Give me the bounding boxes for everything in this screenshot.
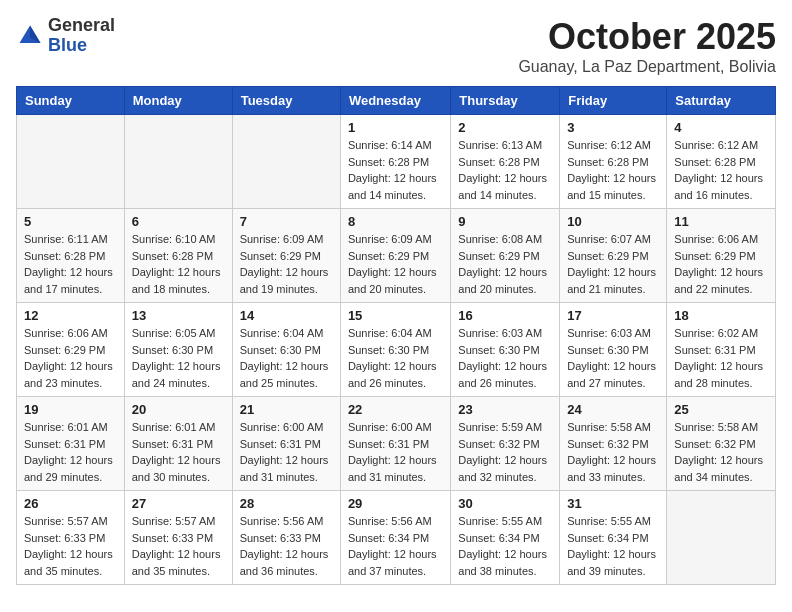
day-info: Sunrise: 6:04 AMSunset: 6:30 PMDaylight:… bbox=[240, 325, 333, 391]
calendar-cell: 25Sunrise: 5:58 AMSunset: 6:32 PMDayligh… bbox=[667, 397, 776, 491]
day-info: Sunrise: 6:03 AMSunset: 6:30 PMDaylight:… bbox=[567, 325, 659, 391]
day-number: 7 bbox=[240, 214, 333, 229]
day-number: 24 bbox=[567, 402, 659, 417]
day-info: Sunrise: 6:05 AMSunset: 6:30 PMDaylight:… bbox=[132, 325, 225, 391]
day-number: 15 bbox=[348, 308, 443, 323]
day-info: Sunrise: 5:55 AMSunset: 6:34 PMDaylight:… bbox=[458, 513, 552, 579]
calendar-cell: 28Sunrise: 5:56 AMSunset: 6:33 PMDayligh… bbox=[232, 491, 340, 585]
day-of-week-header: Friday bbox=[560, 87, 667, 115]
logo-text: General Blue bbox=[48, 16, 115, 56]
calendar-cell: 29Sunrise: 5:56 AMSunset: 6:34 PMDayligh… bbox=[340, 491, 450, 585]
day-info: Sunrise: 6:13 AMSunset: 6:28 PMDaylight:… bbox=[458, 137, 552, 203]
calendar-cell: 26Sunrise: 5:57 AMSunset: 6:33 PMDayligh… bbox=[17, 491, 125, 585]
day-info: Sunrise: 6:00 AMSunset: 6:31 PMDaylight:… bbox=[348, 419, 443, 485]
calendar-cell: 7Sunrise: 6:09 AMSunset: 6:29 PMDaylight… bbox=[232, 209, 340, 303]
calendar-week-row: 19Sunrise: 6:01 AMSunset: 6:31 PMDayligh… bbox=[17, 397, 776, 491]
day-info: Sunrise: 6:12 AMSunset: 6:28 PMDaylight:… bbox=[674, 137, 768, 203]
calendar-cell: 2Sunrise: 6:13 AMSunset: 6:28 PMDaylight… bbox=[451, 115, 560, 209]
calendar-cell bbox=[667, 491, 776, 585]
calendar-cell: 11Sunrise: 6:06 AMSunset: 6:29 PMDayligh… bbox=[667, 209, 776, 303]
calendar-cell: 14Sunrise: 6:04 AMSunset: 6:30 PMDayligh… bbox=[232, 303, 340, 397]
calendar-cell: 27Sunrise: 5:57 AMSunset: 6:33 PMDayligh… bbox=[124, 491, 232, 585]
calendar-cell: 5Sunrise: 6:11 AMSunset: 6:28 PMDaylight… bbox=[17, 209, 125, 303]
day-number: 1 bbox=[348, 120, 443, 135]
day-number: 21 bbox=[240, 402, 333, 417]
logo-icon bbox=[16, 22, 44, 50]
calendar-week-row: 26Sunrise: 5:57 AMSunset: 6:33 PMDayligh… bbox=[17, 491, 776, 585]
day-of-week-header: Saturday bbox=[667, 87, 776, 115]
day-number: 9 bbox=[458, 214, 552, 229]
calendar-cell: 10Sunrise: 6:07 AMSunset: 6:29 PMDayligh… bbox=[560, 209, 667, 303]
day-number: 16 bbox=[458, 308, 552, 323]
day-info: Sunrise: 6:14 AMSunset: 6:28 PMDaylight:… bbox=[348, 137, 443, 203]
calendar-cell: 1Sunrise: 6:14 AMSunset: 6:28 PMDaylight… bbox=[340, 115, 450, 209]
calendar-week-row: 5Sunrise: 6:11 AMSunset: 6:28 PMDaylight… bbox=[17, 209, 776, 303]
logo-blue-text: Blue bbox=[48, 36, 115, 56]
calendar-cell bbox=[17, 115, 125, 209]
day-number: 4 bbox=[674, 120, 768, 135]
calendar-cell: 24Sunrise: 5:58 AMSunset: 6:32 PMDayligh… bbox=[560, 397, 667, 491]
day-number: 29 bbox=[348, 496, 443, 511]
day-info: Sunrise: 5:59 AMSunset: 6:32 PMDaylight:… bbox=[458, 419, 552, 485]
day-number: 5 bbox=[24, 214, 117, 229]
day-info: Sunrise: 5:56 AMSunset: 6:34 PMDaylight:… bbox=[348, 513, 443, 579]
day-number: 17 bbox=[567, 308, 659, 323]
calendar-cell: 9Sunrise: 6:08 AMSunset: 6:29 PMDaylight… bbox=[451, 209, 560, 303]
title-area: October 2025 Guanay, La Paz Department, … bbox=[518, 16, 776, 76]
calendar-cell: 23Sunrise: 5:59 AMSunset: 6:32 PMDayligh… bbox=[451, 397, 560, 491]
day-info: Sunrise: 6:08 AMSunset: 6:29 PMDaylight:… bbox=[458, 231, 552, 297]
header: General Blue October 2025 Guanay, La Paz… bbox=[16, 16, 776, 76]
calendar-cell: 6Sunrise: 6:10 AMSunset: 6:28 PMDaylight… bbox=[124, 209, 232, 303]
day-of-week-header: Wednesday bbox=[340, 87, 450, 115]
calendar-cell: 17Sunrise: 6:03 AMSunset: 6:30 PMDayligh… bbox=[560, 303, 667, 397]
calendar-cell: 18Sunrise: 6:02 AMSunset: 6:31 PMDayligh… bbox=[667, 303, 776, 397]
day-info: Sunrise: 6:06 AMSunset: 6:29 PMDaylight:… bbox=[24, 325, 117, 391]
day-number: 28 bbox=[240, 496, 333, 511]
calendar-cell: 13Sunrise: 6:05 AMSunset: 6:30 PMDayligh… bbox=[124, 303, 232, 397]
calendar-cell bbox=[124, 115, 232, 209]
logo-general-text: General bbox=[48, 16, 115, 36]
day-info: Sunrise: 5:58 AMSunset: 6:32 PMDaylight:… bbox=[674, 419, 768, 485]
day-info: Sunrise: 6:10 AMSunset: 6:28 PMDaylight:… bbox=[132, 231, 225, 297]
day-of-week-header: Sunday bbox=[17, 87, 125, 115]
calendar-cell: 12Sunrise: 6:06 AMSunset: 6:29 PMDayligh… bbox=[17, 303, 125, 397]
day-info: Sunrise: 5:57 AMSunset: 6:33 PMDaylight:… bbox=[24, 513, 117, 579]
day-number: 23 bbox=[458, 402, 552, 417]
day-number: 11 bbox=[674, 214, 768, 229]
day-number: 18 bbox=[674, 308, 768, 323]
day-number: 13 bbox=[132, 308, 225, 323]
day-number: 25 bbox=[674, 402, 768, 417]
day-number: 14 bbox=[240, 308, 333, 323]
logo: General Blue bbox=[16, 16, 115, 56]
day-number: 22 bbox=[348, 402, 443, 417]
day-info: Sunrise: 6:04 AMSunset: 6:30 PMDaylight:… bbox=[348, 325, 443, 391]
day-of-week-header: Tuesday bbox=[232, 87, 340, 115]
calendar-week-row: 1Sunrise: 6:14 AMSunset: 6:28 PMDaylight… bbox=[17, 115, 776, 209]
day-info: Sunrise: 5:57 AMSunset: 6:33 PMDaylight:… bbox=[132, 513, 225, 579]
day-number: 6 bbox=[132, 214, 225, 229]
day-number: 31 bbox=[567, 496, 659, 511]
day-number: 3 bbox=[567, 120, 659, 135]
calendar-cell: 16Sunrise: 6:03 AMSunset: 6:30 PMDayligh… bbox=[451, 303, 560, 397]
calendar-cell: 21Sunrise: 6:00 AMSunset: 6:31 PMDayligh… bbox=[232, 397, 340, 491]
day-info: Sunrise: 6:11 AMSunset: 6:28 PMDaylight:… bbox=[24, 231, 117, 297]
day-info: Sunrise: 6:06 AMSunset: 6:29 PMDaylight:… bbox=[674, 231, 768, 297]
day-info: Sunrise: 6:02 AMSunset: 6:31 PMDaylight:… bbox=[674, 325, 768, 391]
day-of-week-header: Thursday bbox=[451, 87, 560, 115]
calendar-cell: 8Sunrise: 6:09 AMSunset: 6:29 PMDaylight… bbox=[340, 209, 450, 303]
day-info: Sunrise: 5:56 AMSunset: 6:33 PMDaylight:… bbox=[240, 513, 333, 579]
calendar-cell: 20Sunrise: 6:01 AMSunset: 6:31 PMDayligh… bbox=[124, 397, 232, 491]
day-number: 10 bbox=[567, 214, 659, 229]
day-of-week-header: Monday bbox=[124, 87, 232, 115]
day-info: Sunrise: 5:55 AMSunset: 6:34 PMDaylight:… bbox=[567, 513, 659, 579]
day-number: 30 bbox=[458, 496, 552, 511]
calendar-cell: 15Sunrise: 6:04 AMSunset: 6:30 PMDayligh… bbox=[340, 303, 450, 397]
calendar-header-row: SundayMondayTuesdayWednesdayThursdayFrid… bbox=[17, 87, 776, 115]
day-number: 8 bbox=[348, 214, 443, 229]
day-number: 19 bbox=[24, 402, 117, 417]
calendar-cell: 22Sunrise: 6:00 AMSunset: 6:31 PMDayligh… bbox=[340, 397, 450, 491]
day-info: Sunrise: 6:07 AMSunset: 6:29 PMDaylight:… bbox=[567, 231, 659, 297]
day-info: Sunrise: 6:09 AMSunset: 6:29 PMDaylight:… bbox=[240, 231, 333, 297]
calendar-cell: 19Sunrise: 6:01 AMSunset: 6:31 PMDayligh… bbox=[17, 397, 125, 491]
day-info: Sunrise: 6:01 AMSunset: 6:31 PMDaylight:… bbox=[132, 419, 225, 485]
